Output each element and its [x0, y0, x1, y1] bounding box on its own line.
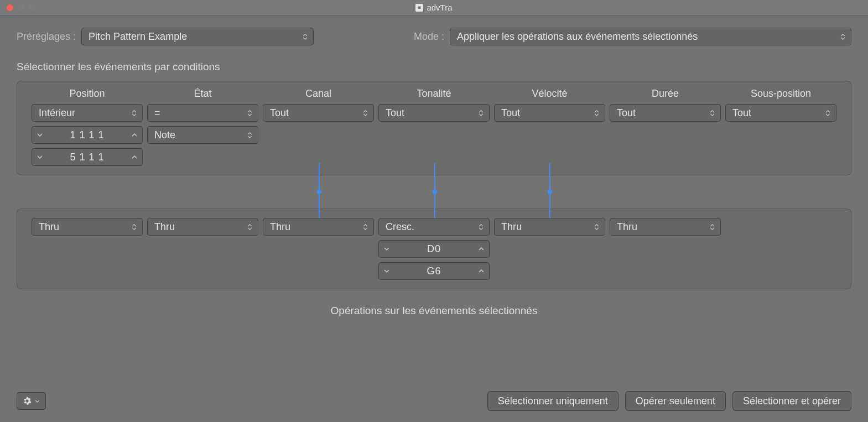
position-to-value[interactable]: 5 1 1 1	[48, 152, 127, 163]
conditions-panel: Position État Canal Tonalité Vélocité Du…	[17, 81, 851, 175]
canal-condition-select[interactable]: Tout	[263, 104, 374, 122]
chevron-down-icon[interactable]	[32, 149, 48, 165]
mode-value: Appliquer les opérations aux événements …	[457, 31, 698, 43]
chevron-updown-icon	[591, 105, 601, 121]
chevron-down-icon[interactable]	[379, 241, 394, 257]
window-icon: ≡	[415, 4, 423, 12]
op-duree-select[interactable]: Thru	[610, 218, 721, 236]
chevron-updown-icon	[707, 218, 717, 235]
col-header-etat: État	[147, 88, 258, 100]
titlebar: ≡ advTra	[0, 0, 868, 15]
etat-type-select[interactable]: Note	[147, 126, 258, 144]
position-from-value[interactable]: 1 1 1 1	[48, 129, 127, 141]
tonalite-condition-select[interactable]: Tout	[378, 104, 490, 122]
velocite-condition-select[interactable]: Tout	[494, 104, 605, 122]
operations-caption: Opérations sur les événements sélectionn…	[17, 305, 851, 317]
duree-condition-select[interactable]: Tout	[610, 104, 721, 122]
tonalite-from-stepper[interactable]: D0	[378, 240, 490, 258]
gear-icon	[23, 397, 32, 405]
chevron-updown-icon	[823, 105, 833, 121]
op-tonalite-select[interactable]: Cresc.	[378, 218, 490, 236]
position-condition-select[interactable]: Intérieur	[32, 104, 143, 122]
mode-label: Mode :	[414, 31, 444, 43]
chevron-updown-icon	[245, 105, 254, 121]
chevron-updown-icon	[707, 105, 717, 121]
operate-only-button[interactable]: Opérer seulement	[625, 391, 726, 411]
chevron-down-icon[interactable]	[379, 263, 394, 279]
op-canal-select[interactable]: Thru	[263, 218, 374, 236]
etat-condition-select[interactable]: =	[147, 104, 258, 122]
col-header-position: Position	[32, 88, 143, 100]
chevron-down-icon	[35, 400, 40, 403]
mode-select[interactable]: Appliquer les opérations aux événements …	[450, 28, 851, 45]
window-minimize-button[interactable]	[18, 4, 24, 11]
chevron-down-icon[interactable]	[32, 127, 48, 143]
connectors	[31, 175, 837, 209]
presets-label: Préréglages :	[17, 31, 76, 43]
chevron-up-icon[interactable]	[127, 149, 142, 165]
chevron-updown-icon	[129, 105, 139, 121]
conditions-title: Sélectionner les événements par conditio…	[17, 61, 851, 73]
chevron-updown-icon	[300, 28, 310, 45]
chevron-updown-icon	[129, 218, 139, 235]
chevron-updown-icon	[476, 218, 486, 235]
select-only-button[interactable]: Sélectionner uniquement	[487, 391, 618, 411]
presets-select[interactable]: Pitch Pattern Example	[81, 28, 314, 45]
window-close-button[interactable]	[7, 4, 13, 11]
chevron-updown-icon	[591, 218, 601, 235]
tonalite-to-value[interactable]: G6	[394, 265, 474, 277]
chevron-updown-icon	[476, 105, 486, 121]
chevron-up-icon[interactable]	[474, 241, 489, 257]
position-from-stepper[interactable]: 1 1 1 1	[32, 126, 143, 144]
chevron-updown-icon	[245, 218, 254, 235]
col-header-souspos: Sous-position	[725, 88, 836, 100]
chevron-up-icon[interactable]	[474, 263, 489, 279]
settings-menu-button[interactable]	[17, 392, 46, 410]
operations-panel: Thru Thru Thru Cresc. Thru Thru	[17, 209, 851, 289]
col-header-velocite: Vélocité	[494, 88, 605, 100]
op-etat-select[interactable]: Thru	[147, 218, 258, 236]
col-header-duree: Durée	[610, 88, 721, 100]
presets-value: Pitch Pattern Example	[89, 31, 187, 43]
chevron-up-icon[interactable]	[127, 127, 142, 143]
chevron-updown-icon	[360, 218, 370, 235]
select-and-operate-button[interactable]: Sélectionner et opérer	[732, 391, 851, 411]
op-velocite-select[interactable]: Thru	[494, 218, 605, 236]
tonalite-from-value[interactable]: D0	[394, 243, 474, 255]
chevron-updown-icon	[245, 127, 254, 143]
tonalite-to-stepper[interactable]: G6	[378, 262, 490, 280]
op-position-select[interactable]: Thru	[32, 218, 143, 236]
chevron-updown-icon	[360, 105, 370, 121]
chevron-updown-icon	[838, 28, 848, 45]
col-header-canal: Canal	[263, 88, 374, 100]
window-title: advTra	[427, 3, 452, 12]
souspos-condition-select[interactable]: Tout	[725, 104, 836, 122]
col-header-tonalite: Tonalité	[378, 88, 490, 100]
position-to-stepper[interactable]: 5 1 1 1	[32, 148, 143, 166]
window-zoom-button[interactable]	[29, 4, 35, 11]
